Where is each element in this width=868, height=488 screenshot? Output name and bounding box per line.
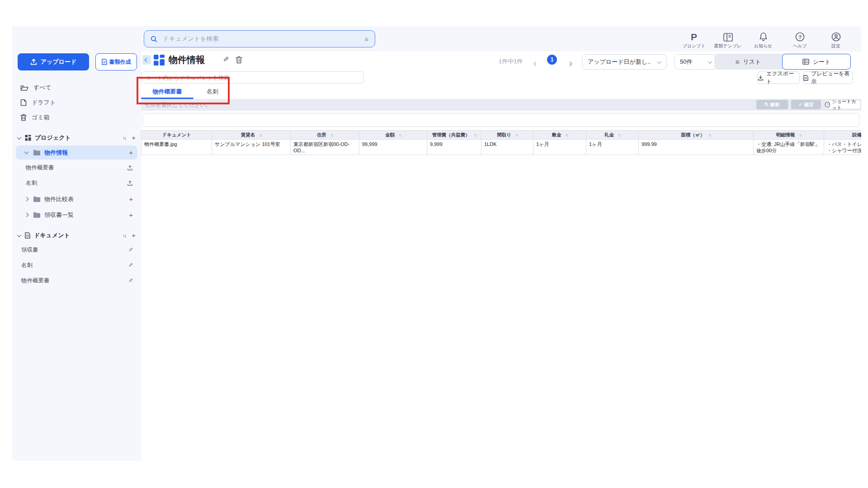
sidebar-item-draft[interactable]: ドラフト — [18, 95, 136, 110]
documents-icon — [25, 232, 30, 239]
upload-to-sheet-icon[interactable] — [127, 180, 133, 186]
analyze-button[interactable]: ↻ 解析 — [756, 100, 788, 109]
cell-meisai[interactable]: ・交通: JR山手線「新宿駅」徒歩00分 — [754, 140, 824, 155]
column-header-jusho[interactable]: 住所↑↓ — [291, 130, 359, 140]
add-sheet-icon[interactable]: + — [129, 150, 133, 155]
sidebar-sheet-bukken-gaiyosho[interactable]: 物件概要書 — [16, 161, 137, 174]
delete-project-trash-icon[interactable] — [236, 56, 242, 64]
refresh-icon: ↻ — [764, 102, 769, 108]
column-header-meisai[interactable]: 明細情報↑↓ — [754, 130, 824, 140]
column-header-chintai-mei[interactable]: 賃貸名↑↓ — [212, 130, 291, 140]
edit-pencil-icon[interactable]: ✎ — [128, 247, 133, 253]
cell-jusho[interactable]: 東京都新宿区新宿00-OD-OD... — [291, 140, 359, 155]
sidebar-doc-meishi[interactable]: 名刺 ✎ — [16, 258, 137, 272]
page-size-dropdown[interactable]: 50件 — [674, 54, 717, 70]
folder-icon — [33, 150, 40, 155]
folder-icon — [33, 212, 40, 218]
shortcut-button[interactable]: ? ショートカット — [825, 100, 861, 109]
add-sheet-icon[interactable]: + — [129, 197, 133, 202]
cell-kanrihi[interactable]: 9,999 — [427, 140, 481, 155]
cell-hint-bar: セルを選択してください。 — [141, 99, 861, 111]
column-header-kanrihi[interactable]: 管理費（共益費）↑↓ — [427, 130, 481, 140]
sidebar-project-bukken-joho[interactable]: 物件情報 + — [16, 145, 137, 160]
page-next-button[interactable] — [568, 59, 571, 67]
upload-button[interactable]: アップロード — [18, 53, 89, 70]
sort-projects-icon[interactable]: ↑↓ — [123, 135, 126, 141]
view-toggle-list[interactable]: ≡ リスト — [714, 54, 782, 70]
sidebar-section-documents[interactable]: ドキュメント ↑↓ + — [12, 229, 141, 242]
cell-setsubi[interactable]: ・バス・トイレ ・シャワー付洗 — [824, 140, 861, 155]
cell-reikin[interactable]: 1ヶ月 — [586, 140, 639, 155]
sort-icon[interactable]: ↑↓ — [799, 133, 802, 137]
page-number-button[interactable]: 1 — [547, 55, 557, 65]
sheet-icon — [802, 59, 809, 65]
chevron-down-icon — [657, 59, 662, 64]
chevron-right-icon — [24, 213, 29, 217]
cell-madori[interactable]: 1LDK — [481, 140, 533, 155]
sort-order-dropdown[interactable]: アップロード日が新し.. — [582, 54, 667, 70]
sort-icon[interactable]: ↑↓ — [566, 133, 568, 137]
sort-icon[interactable]: ↑↓ — [709, 133, 711, 137]
page-prev-button[interactable] — [534, 59, 538, 67]
sidebar-item-trash[interactable]: ゴミ箱 — [18, 110, 136, 125]
edit-title-pencil-icon[interactable]: ✎ — [223, 55, 229, 64]
upload-to-sheet-icon[interactable] — [127, 165, 133, 171]
column-header-madori[interactable]: 間取り↑↓ — [481, 130, 533, 140]
edit-pencil-icon[interactable]: ✎ — [128, 262, 133, 268]
sidebar-doc-ryoshusho[interactable]: 領収書 ✎ — [16, 243, 137, 257]
view-toggle-sheet[interactable]: シート — [782, 54, 851, 70]
sheet-search-input[interactable] — [142, 71, 364, 84]
column-header-kingaku[interactable]: 金額↑↓ — [359, 130, 427, 140]
column-header-shikikin[interactable]: 敷金↑↓ — [533, 130, 586, 140]
confirm-button[interactable]: ✓ 確定 — [791, 100, 821, 109]
topmenu-help[interactable]: ? ヘルプ — [784, 31, 816, 52]
cell-menseki[interactable]: 999.99 — [639, 140, 754, 155]
help-circle-icon: ? — [825, 102, 830, 108]
sidebar-doc-bukken-gaiyosho[interactable]: 物件概要書 ✎ — [16, 274, 137, 287]
column-header-menseki[interactable]: 面積（㎡）↑↓ — [639, 130, 754, 140]
column-header-reikin[interactable]: 礼金↑↓ — [586, 130, 639, 140]
tab-meishi[interactable]: 名刺 — [201, 86, 224, 97]
sort-documents-icon[interactable]: ↑↓ — [123, 233, 126, 238]
sort-icon[interactable]: ↑↓ — [330, 133, 333, 137]
sort-icon[interactable]: ↑↓ — [515, 133, 518, 137]
sidebar-project-ryoshusho-ichiran[interactable]: 領収書一覧 + — [16, 208, 137, 222]
add-document-icon[interactable]: + — [132, 233, 136, 238]
sort-icon[interactable]: ↑↓ — [618, 133, 620, 137]
help-circle-icon: ? — [795, 31, 805, 42]
global-search-input[interactable]: ドキュメントを検索 ≡ — [144, 30, 375, 47]
search-filter-icon[interactable]: ≡ — [364, 35, 368, 43]
tab-bukken-gaiyosho[interactable]: 物件概要書 — [141, 86, 193, 97]
topmenu-prompt[interactable]: P プロンプト — [678, 31, 710, 52]
topmenu-doc-template[interactable]: 書類テンプレ — [712, 31, 744, 52]
sort-icon[interactable]: ↑↓ — [259, 133, 261, 137]
cell-chintai-mei[interactable]: サンプルマンション 101号室 — [212, 140, 291, 155]
back-button[interactable] — [142, 55, 151, 65]
cell-shikikin[interactable]: 1ヶ月 — [533, 140, 586, 155]
cell-hint-text: セルを選択してください。 — [145, 101, 211, 109]
sidebar-section-projects[interactable]: プロジェクト ↑↓ + — [12, 131, 141, 145]
document-icon — [102, 59, 107, 65]
column-header-setsubi[interactable]: 設備↑↓ — [824, 130, 861, 140]
sidebar-project-bukken-hikakuhyo[interactable]: 物件比較表 + — [16, 192, 137, 206]
topmenu-settings[interactable]: 設定 — [820, 31, 852, 52]
create-document-button[interactable]: 書類作成 — [95, 53, 137, 70]
add-project-icon[interactable]: + — [132, 135, 136, 141]
chevron-down-icon — [17, 233, 22, 237]
check-circle-icon: ✓ — [798, 102, 802, 107]
sort-icon[interactable]: ↑↓ — [399, 133, 401, 137]
sidebar-sheet-meishi[interactable]: 名刺 — [16, 176, 137, 190]
download-icon — [758, 75, 764, 81]
cell-document[interactable]: 物件概要書.jpg — [141, 140, 212, 155]
view-toggle: ≡ リスト シート — [714, 54, 851, 70]
export-button[interactable]: エクスポート — [757, 71, 800, 84]
sidebar-item-all[interactable]: すべて — [18, 80, 136, 95]
sort-icon[interactable]: ↑↓ — [474, 133, 476, 137]
topmenu-notifications[interactable]: お知らせ — [747, 31, 779, 52]
cell-kingaku[interactable]: 99,999 — [359, 140, 427, 155]
add-sheet-icon[interactable]: + — [129, 212, 133, 218]
formula-input[interactable] — [142, 113, 859, 127]
show-preview-button[interactable]: プレビューを表示 — [803, 71, 853, 84]
page-title: 物件情報 — [169, 53, 205, 66]
edit-pencil-icon[interactable]: ✎ — [128, 277, 133, 284]
